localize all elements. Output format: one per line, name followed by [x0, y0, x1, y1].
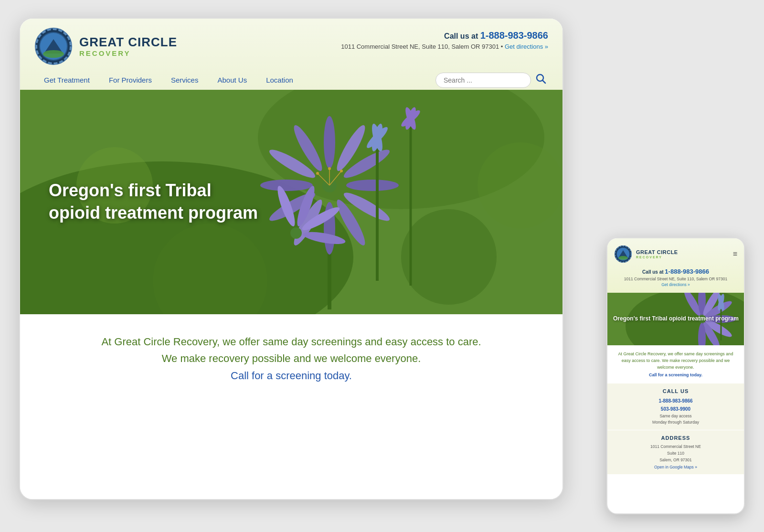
- nav-services[interactable]: Services: [161, 70, 208, 90]
- svg-point-30: [328, 167, 331, 170]
- svg-point-4: [43, 50, 64, 58]
- mobile-directions[interactable]: Get directions »: [614, 282, 737, 287]
- logo-sub: RECOVERY: [79, 49, 177, 57]
- hero-headline: Oregon's first Tribal opioid treatment p…: [49, 180, 258, 224]
- directions-link[interactable]: Get directions »: [505, 43, 548, 50]
- search-icon: [536, 74, 546, 84]
- mobile-call-title: CALL US: [614, 388, 737, 394]
- mobile-hours-2: Monday through Saturday: [614, 419, 737, 426]
- mobile-hero: Oregon's first Tribal opioid treatment p…: [607, 293, 744, 345]
- mobile-cta: Call for a screening today.: [614, 372, 737, 377]
- svg-point-52: [618, 256, 628, 260]
- svg-point-47: [478, 142, 562, 228]
- mobile-logo-row: GREAT CIRCLE RECOVERY ≡: [614, 245, 737, 263]
- nav-for-providers[interactable]: For Providers: [99, 70, 161, 90]
- svg-point-46: [401, 209, 497, 305]
- mobile-logo-name: GREAT CIRCLE: [636, 249, 678, 255]
- mobile-body-text: At Great Circle Recovery, we offer same …: [614, 351, 737, 371]
- mobile-call-line: Call us at 1-888-983-9866: [614, 267, 737, 276]
- mobile-call-section: CALL US 1-888-983-9866 503-983-9900 Same…: [607, 383, 744, 430]
- logo-text: GREAT CIRCLE RECOVERY: [79, 35, 177, 57]
- mobile-addr-line2: Suite 110: [614, 450, 737, 457]
- hero-text: Oregon's first Tribal opioid treatment p…: [49, 180, 258, 224]
- nav-get-treatment[interactable]: Get Treatment: [34, 70, 99, 90]
- mobile-header: GREAT CIRCLE RECOVERY ≡ Call us at 1-888…: [607, 238, 744, 293]
- mobile-device: GREAT CIRCLE RECOVERY ≡ Call us at 1-888…: [606, 237, 745, 514]
- nav-about-us[interactable]: About Us: [208, 70, 256, 90]
- search-button[interactable]: [534, 72, 548, 89]
- svg-point-16: [346, 180, 399, 191]
- hero-section: Oregon's first Tribal opioid treatment p…: [20, 90, 562, 314]
- mobile-maps-link[interactable]: Open in Google Maps »: [614, 465, 737, 469]
- call-label-line: Call us at 1-888-983-9866: [341, 30, 548, 41]
- tablet-device: GREAT CIRCLE RECOVERY Call us at 1-888-9…: [19, 18, 563, 500]
- site-body: At Great Circle Recovery, we offer same …: [20, 314, 562, 396]
- scene: GREAT CIRCLE RECOVERY Call us at 1-888-9…: [19, 18, 745, 514]
- mobile-logo-text: GREAT CIRCLE RECOVERY: [636, 249, 678, 258]
- body-description: At Great Circle Recovery, we offer same …: [100, 333, 482, 367]
- address-line: 1011 Commercial Street NE, Suite 110, Sa…: [341, 43, 548, 50]
- address-separator: •: [501, 43, 505, 50]
- phone-link[interactable]: 1-888-983-9866: [480, 30, 548, 41]
- mobile-hours-1: Same day access: [614, 413, 737, 419]
- mobile-logo-left: GREAT CIRCLE RECOVERY: [614, 245, 678, 263]
- search-area: [435, 72, 548, 89]
- mobile-address-section: ADDRESS 1011 Commercial Street NE Suite …: [607, 430, 744, 474]
- mobile-body: At Great Circle Recovery, we offer same …: [607, 345, 744, 383]
- svg-point-13: [324, 116, 335, 169]
- site-header: GREAT CIRCLE RECOVERY Call us at 1-888-9…: [20, 19, 562, 90]
- svg-point-26: [340, 170, 343, 172]
- contact-area: Call us at 1-888-983-9866 1011 Commercia…: [341, 27, 548, 50]
- search-input[interactable]: [435, 73, 531, 88]
- cta-link[interactable]: Call for a screening today.: [49, 370, 534, 382]
- svg-point-22: [260, 180, 313, 191]
- mobile-phone: 1-888-983-9866: [665, 268, 709, 275]
- svg-line-7: [543, 80, 546, 83]
- mobile-logo-sub: RECOVERY: [636, 255, 678, 259]
- logo-icon: [34, 27, 73, 65]
- logo-area: GREAT CIRCLE RECOVERY: [34, 27, 177, 65]
- mobile-addr-line1: 1011 Commercial Street NE: [614, 444, 737, 450]
- mobile-hero-text: Oregon's first Tribal opioid treatment p…: [613, 315, 739, 323]
- logo-name: GREAT CIRCLE: [79, 35, 177, 49]
- mobile-logo-icon: [614, 245, 632, 263]
- mobile-contact: Call us at 1-888-983-9866 1011 Commercia…: [614, 263, 737, 289]
- address-text: 1011 Commercial Street NE, Suite 110, Sa…: [341, 43, 499, 50]
- nav-location[interactable]: Location: [256, 70, 303, 90]
- mobile-address-title: ADDRESS: [614, 435, 737, 441]
- call-label: Call us at: [444, 32, 480, 40]
- svg-point-43: [290, 227, 302, 239]
- mobile-address: 1011 Commercial Street NE, Suite 110, Sa…: [614, 277, 737, 281]
- mobile-menu-icon[interactable]: ≡: [733, 250, 737, 258]
- mobile-addr-line3: Salem, OR 97301: [614, 457, 737, 464]
- mobile-phone-2[interactable]: 503-983-9900: [614, 405, 737, 413]
- mobile-phone-1[interactable]: 1-888-983-9866: [614, 397, 737, 405]
- mobile-call-label: Call us at: [642, 269, 665, 275]
- svg-point-28: [316, 172, 319, 175]
- site-nav: Get Treatment For Providers Services Abo…: [34, 70, 548, 90]
